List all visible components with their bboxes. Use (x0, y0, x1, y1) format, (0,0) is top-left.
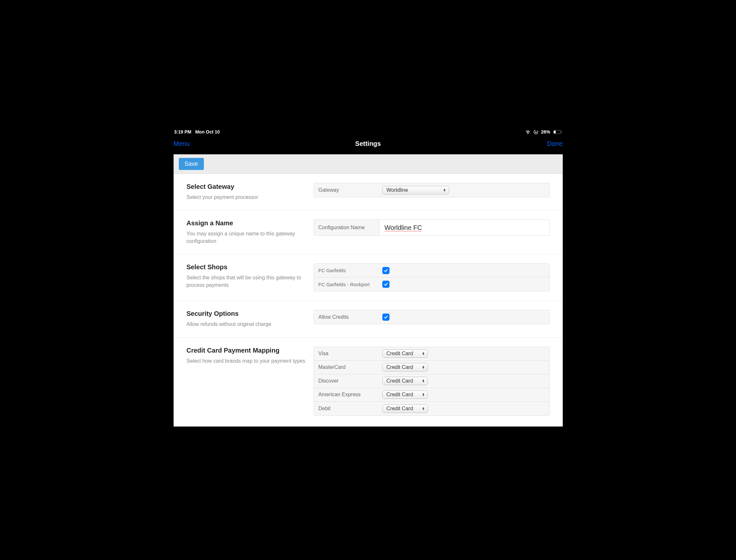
chevron-updown-icon: ▲▼ (422, 407, 425, 410)
map-3-label: American Express (314, 388, 379, 401)
gateway-select-value: Worldline (387, 187, 408, 193)
allow-credits-checkbox[interactable] (382, 314, 389, 321)
save-button[interactable]: Save (179, 158, 204, 170)
mapping-desc: Select how card brands map to your payme… (187, 357, 307, 365)
gateway-title: Select Gateway (187, 183, 307, 190)
rotation-lock-icon (533, 130, 538, 134)
map-1-select[interactable]: Credit Card ▲▼ (382, 363, 428, 371)
menu-button[interactable]: Menu (174, 140, 190, 147)
security-desc: Allow refunds without original charge (187, 321, 307, 328)
section-name: Assign a Name You may assign a unique na… (174, 210, 563, 254)
allow-credits-label: Allow Credits (314, 311, 379, 323)
battery-percent: 26% (541, 129, 550, 134)
chevron-updown-icon: ▲▼ (422, 366, 425, 369)
content-panel: Save Select Gateway Select your payment … (174, 154, 563, 427)
shop-1-checkbox[interactable] (382, 281, 389, 288)
map-1-value: Credit Card (387, 364, 413, 370)
name-desc: You may assign a unique name to this gat… (187, 230, 307, 245)
map-3-value: Credit Card (387, 392, 413, 398)
shops-title: Select Shops (187, 263, 307, 271)
chevron-updown-icon: ▲▼ (443, 189, 446, 192)
shops-desc: Select the shops that will be using this… (187, 274, 307, 289)
map-0-select[interactable]: Credit Card ▲▼ (382, 349, 428, 358)
device-frame: 3:19 PM Mon Oct 10 26% Menu Settings Don… (167, 127, 569, 433)
page-title: Settings (355, 140, 381, 147)
wifi-icon (525, 130, 531, 134)
section-shops: Select Shops Select the shops that will … (174, 254, 563, 301)
map-4-value: Credit Card (387, 406, 413, 412)
gateway-desc: Select your payment processor (187, 194, 307, 201)
map-3-select[interactable]: Credit Card ▲▼ (382, 390, 428, 399)
gateway-select[interactable]: Worldline ▲▼ (382, 186, 449, 194)
section-gateway: Select Gateway Select your payment proce… (174, 174, 563, 210)
config-name-label: Configuration Name (314, 221, 379, 234)
chevron-updown-icon: ▲▼ (422, 393, 425, 396)
chevron-updown-icon: ▲▼ (422, 352, 425, 355)
section-security: Security Options Allow refunds without o… (174, 301, 563, 337)
section-mapping: Credit Card Payment Mapping Select how c… (174, 338, 563, 425)
status-date: Mon Oct 10 (195, 129, 219, 134)
map-2-select[interactable]: Credit Card ▲▼ (382, 377, 428, 385)
map-2-label: Discover (314, 375, 379, 387)
chevron-updown-icon: ▲▼ (422, 379, 425, 383)
battery-icon (553, 130, 562, 134)
map-2-value: Credit Card (387, 378, 413, 384)
mapping-title: Credit Card Payment Mapping (187, 347, 307, 354)
sections-scroll[interactable]: Select Gateway Select your payment proce… (174, 174, 563, 427)
shop-1-label: FC Garfields - Rockport (314, 278, 379, 290)
map-4-select[interactable]: Credit Card ▲▼ (382, 404, 428, 413)
gateway-label: Gateway (314, 184, 379, 196)
map-0-label: Visa (314, 347, 379, 360)
done-button[interactable]: Done (547, 140, 563, 147)
security-title: Security Options (187, 310, 307, 317)
status-bar: 3:19 PM Mon Oct 10 26% (167, 127, 569, 133)
toolbar: Save (174, 154, 563, 174)
nav-bar: Menu Settings Done (167, 135, 569, 152)
map-4-label: Debit (314, 402, 379, 415)
name-title: Assign a Name (187, 219, 307, 227)
svg-rect-3 (561, 131, 562, 133)
status-time: 3:19 PM (174, 129, 191, 134)
svg-rect-2 (554, 131, 556, 133)
map-0-value: Credit Card (387, 351, 413, 357)
config-name-input[interactable] (385, 224, 544, 231)
shop-0-checkbox[interactable] (382, 267, 389, 274)
shop-0-label: FC Garfields (314, 264, 379, 276)
map-1-label: MasterCard (314, 361, 379, 373)
